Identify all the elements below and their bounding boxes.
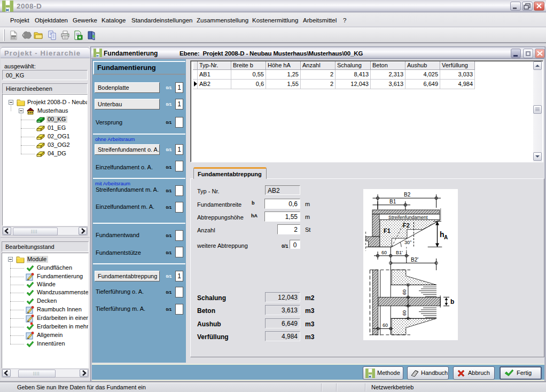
svg-text:F2: F2	[403, 222, 410, 229]
svg-text:30°: 30°	[404, 240, 412, 245]
svg-text:B1': B1'	[396, 250, 403, 255]
svg-text:Streifenfundament: Streifenfundament	[388, 215, 428, 220]
svg-text:B2: B2	[404, 192, 411, 198]
svg-text:b: b	[450, 298, 454, 305]
svg-text:B1: B1	[389, 199, 396, 205]
svg-text:60: 60	[402, 310, 407, 316]
svg-text:F1: F1	[384, 228, 391, 234]
svg-text:60: 60	[383, 323, 388, 328]
svg-text:A: A	[444, 234, 448, 240]
svg-text:B2': B2'	[411, 257, 418, 263]
svg-text:60: 60	[381, 250, 387, 255]
svg-text:60: 60	[402, 289, 407, 295]
